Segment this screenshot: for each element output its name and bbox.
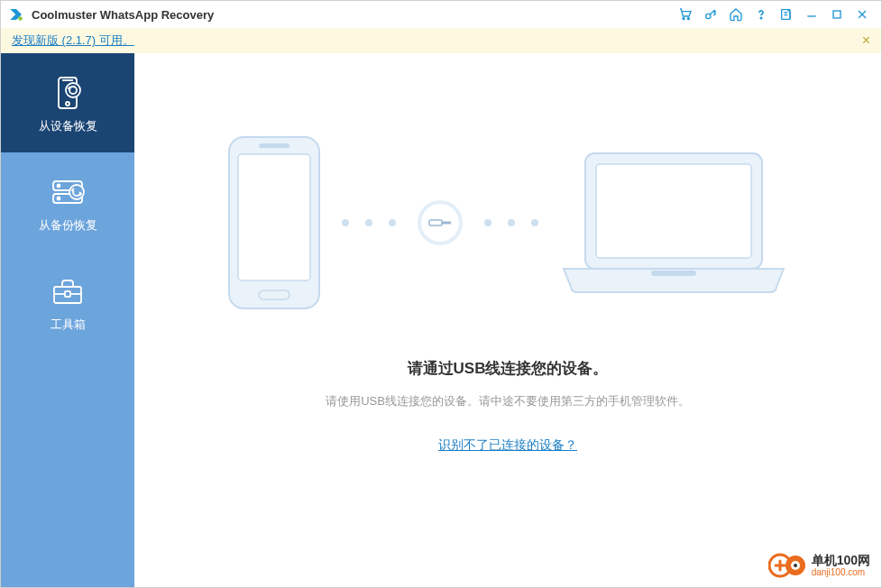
connection-dots-left [342,219,396,226]
window-controls [674,3,874,26]
connection-illustration [225,133,791,313]
svg-point-4 [760,17,761,18]
toolbox-icon [50,273,86,309]
minimize-button[interactable] [800,3,823,26]
help-link[interactable]: 识别不了已连接的设备？ [438,437,577,452]
usb-connector-icon [418,200,463,245]
watermark-logo-icon [768,551,806,580]
help-icon[interactable] [749,3,773,26]
svg-point-13 [58,198,60,200]
sidebar-item-toolbox[interactable]: 工具箱 [1,252,134,351]
svg-point-12 [58,185,60,188]
svg-rect-16 [65,291,70,297]
key-icon[interactable] [699,3,722,26]
main-layout: 从设备恢复 从备份恢复 [1,53,881,587]
sidebar-item-device-recovery[interactable]: 从设备恢复 [1,53,134,152]
instruction-text: 请通过USB线连接您的设备。 请使用USB线连接您的设备。请中途不要使用第三方的… [326,358,690,454]
svg-rect-18 [238,154,310,280]
update-link[interactable]: 发现新版 (2.1.7) 可用。 [12,32,134,49]
phone-icon [225,133,324,313]
svg-rect-24 [596,164,751,258]
svg-rect-6 [833,11,841,18]
watermark: 单机100网 danji100.com [768,551,870,580]
svg-point-9 [66,83,80,97]
svg-point-29 [794,564,797,567]
sidebar-item-label: 从设备恢复 [39,118,97,134]
laptop-icon [556,146,791,299]
feedback-icon[interactable] [775,3,798,26]
svg-point-14 [69,185,84,199]
content-area: 请通过USB线连接您的设备。 请使用USB线连接您的设备。请中途不要使用第三方的… [134,53,881,587]
svg-rect-21 [429,220,442,225]
sidebar-item-backup-recovery[interactable]: 从备份恢复 [1,152,134,252]
sidebar-item-label: 从备份恢复 [39,217,97,234]
maximize-button[interactable] [825,3,849,26]
phone-recovery-icon [50,75,86,111]
sub-instruction: 请使用USB线连接您的设备。请中途不要使用第三方的手机管理软件。 [326,393,690,409]
backup-recovery-icon [50,174,86,210]
svg-point-1 [683,18,684,20]
close-button[interactable] [850,3,874,26]
app-title: Coolmuster WhatsApp Recovery [32,8,674,22]
svg-rect-19 [259,143,289,148]
banner-close-icon[interactable]: × [862,32,870,49]
watermark-title: 单机100网 [812,554,870,567]
cart-icon[interactable] [674,3,697,26]
app-logo-icon [8,6,24,23]
update-banner: 发现新版 (2.1.7) 可用。 × [1,28,881,53]
svg-point-0 [18,16,23,21]
home-icon[interactable] [724,3,748,26]
svg-point-3 [706,14,711,18]
sidebar-item-label: 工具箱 [51,317,86,333]
sidebar: 从设备恢复 从备份恢复 [1,53,134,587]
main-instruction: 请通过USB线连接您的设备。 [326,358,690,379]
svg-point-8 [66,102,69,106]
svg-rect-22 [442,222,451,225]
svg-rect-25 [651,271,696,276]
watermark-url: danji100.com [812,567,870,577]
title-bar: Coolmuster WhatsApp Recovery [1,1,881,28]
connection-dots-right [484,219,538,226]
svg-point-2 [687,18,689,20]
